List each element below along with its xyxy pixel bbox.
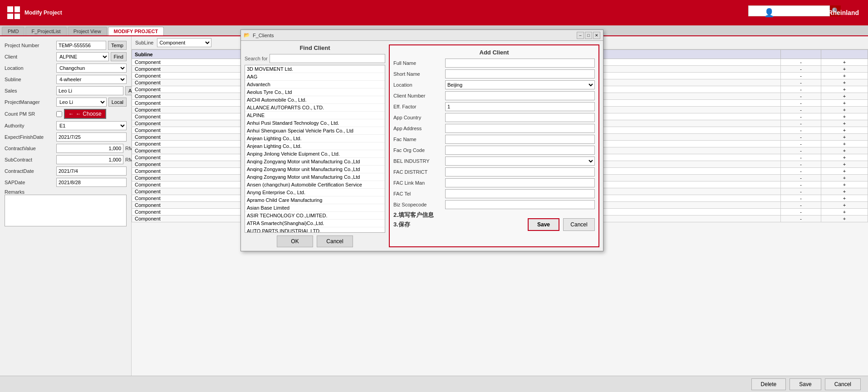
short-name-label: Short Name: [393, 71, 443, 77]
client-list-item[interactable]: Anhui Shengxuan Special Vehicle Parts Co…: [245, 127, 385, 135]
dialog-maximize-button[interactable]: □: [585, 32, 592, 39]
app-address-label: App Address: [393, 126, 443, 131]
find-client-title: Find Client: [245, 44, 385, 51]
add-client-panel: Add Client Full Name Short Name Location…: [389, 44, 599, 247]
fac-name-input[interactable]: [445, 135, 595, 144]
short-name-input[interactable]: [445, 69, 595, 78]
full-name-row: Full Name: [393, 59, 595, 68]
client-list-item[interactable]: Anjean Lighting Co., Ltd.: [245, 142, 385, 150]
client-list[interactable]: 3D MOVEMENT Ltd.AAGAdvantechAeolus Tyre …: [245, 65, 385, 233]
dialog-body: Find Client Search for 3D MOVEMENT Ltd.A…: [241, 41, 603, 251]
bel-industry-select[interactable]: [445, 157, 595, 166]
dialog-close-button[interactable]: ✕: [593, 32, 600, 39]
client-list-item[interactable]: AAG: [245, 73, 385, 81]
bel-industry-label: BEL INDUSTRY: [393, 158, 443, 164]
client-list-item[interactable]: Anqing Zongyang Motor unit Manufacturing…: [245, 173, 385, 181]
fac-name-row: Fac Name: [393, 135, 595, 144]
client-list-item[interactable]: Ansen (changchun) Automobile Certificati…: [245, 181, 385, 189]
fac-link-man-label: FAC Link Man: [393, 180, 443, 186]
fac-link-man-input[interactable]: [445, 178, 595, 187]
annotation-save: 3.保存: [393, 220, 410, 229]
client-number-row: Client Number: [393, 91, 595, 100]
client-list-item[interactable]: Advantech: [245, 81, 385, 88]
client-list-item[interactable]: Anhui Pusi Standard Technology Co., Ltd.: [245, 119, 385, 127]
f-clients-dialog: 📂 F_Clients – □ ✕ Find Client Search for…: [240, 29, 603, 251]
find-client-panel: Find Client Search for 3D MOVEMENT Ltd.A…: [245, 44, 385, 247]
full-name-label: Full Name: [393, 60, 443, 66]
client-list-item[interactable]: ATRA Smartech(Shanghai)Co.,Ltd.: [245, 220, 385, 227]
cancel-find-button[interactable]: Cancel: [317, 235, 353, 247]
client-list-item[interactable]: Anping Jinlong Vehicle Euipment Co., Ltd…: [245, 150, 385, 158]
fac-link-man-row: FAC Link Man: [393, 178, 595, 187]
client-list-item[interactable]: ALLANCE AUTOPARTS CO., LTD.: [245, 104, 385, 112]
app-address-row: App Address: [393, 124, 595, 133]
biz-scopecode-input[interactable]: [445, 200, 595, 209]
location-add-row: Location Beijing: [393, 80, 595, 89]
client-list-item[interactable]: Anqing Zongyang Motor unit Manufacturing…: [245, 166, 385, 173]
search-row: Search for: [245, 54, 385, 63]
fac-org-code-input[interactable]: [445, 146, 595, 155]
annotation-fill-info: 2.填写客户信息: [393, 211, 434, 219]
client-list-item[interactable]: Apramo Child Care Manufacturing: [245, 196, 385, 204]
dialog-minimize-button[interactable]: –: [577, 32, 584, 39]
eff-factor-row: Eff. Factor: [393, 102, 595, 111]
ok-button[interactable]: OK: [277, 235, 313, 247]
find-client-buttons: OK Cancel: [245, 235, 385, 247]
cancel-add-client-button[interactable]: Cancel: [563, 218, 595, 231]
add-client-buttons: 3.保存 Save Cancel: [393, 218, 595, 231]
fac-district-row: FAC DISTRICT: [393, 167, 595, 176]
biz-scopecode-label: Biz Scopecode: [393, 202, 443, 207]
dialog-overlay: 📂 F_Clients – □ ✕ Find Client Search for…: [0, 0, 868, 392]
client-list-item[interactable]: ALPINE: [245, 112, 385, 119]
client-list-item[interactable]: ASIR TECHNOLOGY CO.,LIMITED.: [245, 212, 385, 220]
dialog-title-text: F_Clients: [253, 33, 574, 38]
biz-scopecode-row: Biz Scopecode: [393, 200, 595, 209]
fac-district-input[interactable]: [445, 167, 595, 176]
dialog-controls: – □ ✕: [577, 32, 600, 39]
fac-tel-label: FAC Tel: [393, 191, 443, 196]
app-country-row: App Country: [393, 113, 595, 122]
app-address-input[interactable]: [445, 124, 595, 133]
location-add-label: Location: [393, 82, 443, 88]
fac-district-label: FAC DISTRICT: [393, 169, 443, 175]
client-list-item[interactable]: 3D MOVEMENT Ltd.: [245, 65, 385, 73]
search-input[interactable]: [270, 54, 385, 63]
app-country-input[interactable]: [445, 113, 595, 122]
add-client-title: Add Client: [393, 49, 595, 56]
fac-tel-input[interactable]: [445, 189, 595, 198]
fac-org-code-label: Fac Org Code: [393, 147, 443, 153]
short-name-row: Short Name: [393, 69, 595, 78]
location-add-select[interactable]: Beijing: [445, 80, 595, 89]
fac-tel-row: FAC Tel: [393, 189, 595, 198]
fac-name-label: Fac Name: [393, 137, 443, 142]
eff-factor-label: Eff. Factor: [393, 104, 443, 109]
bel-industry-row: BEL INDUSTRY: [393, 157, 595, 166]
client-list-item[interactable]: AUTO PARTS INDUSTRIAL LTD.: [245, 227, 385, 233]
client-number-input[interactable]: [445, 91, 595, 100]
fac-org-code-row: Fac Org Code: [393, 146, 595, 155]
client-list-item[interactable]: AICHI Automobile Co., Ltd.: [245, 96, 385, 104]
eff-factor-input[interactable]: [445, 102, 595, 111]
client-list-item[interactable]: Anyng Enterprise Co., Ltd.: [245, 189, 385, 196]
client-list-item[interactable]: Anjean Lighting Co., Ltd.: [245, 135, 385, 142]
search-label: Search for: [245, 56, 268, 61]
app-country-label: App Country: [393, 115, 443, 120]
dialog-title-icon: 📂: [244, 32, 250, 38]
client-list-item[interactable]: Aeolus Tyre Co., Ltd: [245, 88, 385, 96]
client-number-label: Client Number: [393, 93, 443, 98]
dialog-titlebar: 📂 F_Clients – □ ✕: [241, 30, 603, 41]
full-name-input[interactable]: [445, 59, 595, 68]
save-client-button[interactable]: Save: [528, 218, 559, 231]
client-list-item[interactable]: Anqing Zongyang Motor unit Manufacturing…: [245, 158, 385, 166]
client-list-item[interactable]: Asian Base Limited: [245, 204, 385, 212]
